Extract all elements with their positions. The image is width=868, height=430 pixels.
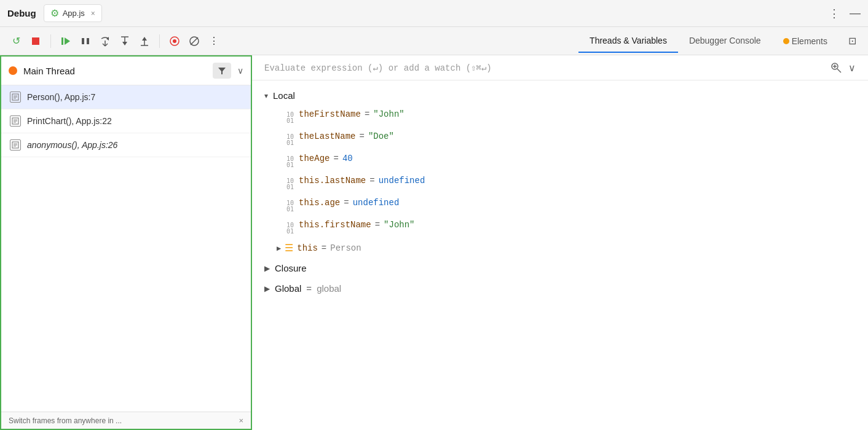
step-out-button[interactable] <box>136 33 153 50</box>
var-type-icon-thisage: 1001 <box>286 200 294 213</box>
expression-bar: Evaluate expression (↵) or add a watch (… <box>252 55 868 80</box>
tab-elements-label: Elements <box>792 36 827 46</box>
tab-debugger-console[interactable]: Debugger Console <box>678 29 772 53</box>
var-name-thislastname: this.lastName <box>299 176 366 186</box>
this-object-icon: ☰ <box>285 242 293 254</box>
section-local-label: Local <box>273 90 295 101</box>
frame-item-person[interactable]: Person(), App.js:7 <box>1 85 251 109</box>
frame-label-printchart: PrintChart(), App.js:22 <box>27 116 112 126</box>
this-object-chevron: ▶ <box>277 244 281 253</box>
local-chevron-icon: ▾ <box>264 92 268 100</box>
var-row-firstname: 1001 theFirstName = "John" <box>252 106 868 128</box>
var-row-thisage: 1001 this.age = undefined <box>252 194 868 216</box>
var-row-thislastname: 1001 this.lastName = undefined <box>252 172 868 194</box>
var-equals-thislastname: = <box>369 176 374 186</box>
toolbar: ↺ <box>0 27 868 55</box>
frame-icon-anonymous <box>10 139 21 150</box>
tab-threads-variables[interactable]: Threads & Variables <box>578 29 678 53</box>
debug-label: Debug <box>7 8 36 18</box>
add-watch-button[interactable] <box>830 61 842 74</box>
frame-list: Person(), App.js:7 PrintChart(), App.js:… <box>1 85 251 412</box>
var-name-this: this <box>297 243 318 253</box>
var-equals-this: = <box>322 243 326 253</box>
app-tab-close[interactable]: × <box>91 9 95 18</box>
var-row-thisfirstname: 1001 this.firstName = "John" <box>252 216 868 238</box>
stop-button[interactable] <box>27 33 44 50</box>
resume-button[interactable] <box>57 33 74 50</box>
thread-name: Main Thread <box>23 66 207 76</box>
variables-area: ▾ Local 1001 theFirstName = "John" 1001 … <box>252 80 868 430</box>
svg-rect-4 <box>87 38 89 44</box>
var-value-thislastname: undefined <box>379 176 425 186</box>
svg-point-16 <box>173 39 176 43</box>
closure-chevron-icon: ▶ <box>264 264 270 273</box>
section-global-label: Global <box>275 283 301 294</box>
var-equals-firstname: = <box>365 109 369 119</box>
expression-actions: ∨ <box>830 61 856 74</box>
section-local-header[interactable]: ▾ Local <box>252 85 868 106</box>
title-bar-actions: ⋮ — <box>829 7 861 20</box>
main-content: Main Thread ∨ Person( <box>0 55 868 430</box>
remove-breakpoints-button[interactable] <box>186 33 203 50</box>
thread-header: Main Thread ∨ <box>1 57 251 85</box>
var-value-thisage: undefined <box>353 198 400 208</box>
step-over-button[interactable] <box>97 33 114 50</box>
left-bottom-status: Switch frames from anywhere in ... × <box>1 412 251 429</box>
thread-filter-button[interactable] <box>213 63 231 79</box>
expression-placeholder[interactable]: Evaluate expression (↵) or add a watch (… <box>264 63 824 73</box>
frame-item-anonymous[interactable]: anonymous(), App.js:26 <box>1 133 251 157</box>
frame-icon-person <box>10 92 21 103</box>
section-closure-header[interactable]: ▶ Closure <box>252 258 868 278</box>
section-global-header[interactable]: ▶ Global = global <box>252 278 868 299</box>
var-value-firstname: "John" <box>373 109 404 119</box>
status-close[interactable]: × <box>239 416 243 425</box>
var-equals-thisage: = <box>344 198 349 208</box>
right-panel: Evaluate expression (↵) or add a watch (… <box>252 55 868 430</box>
thread-status-dot <box>9 66 17 75</box>
var-row-age: 1001 theAge = 40 <box>252 150 868 172</box>
title-bar: Debug ⚙ App.js × ⋮ — <box>0 0 868 27</box>
toolbar-sep-2 <box>159 34 160 48</box>
break-all-button[interactable] <box>166 33 183 50</box>
var-equals-global: = <box>306 283 312 294</box>
global-chevron-icon: ▶ <box>264 284 270 293</box>
tab-elements[interactable]: Elements <box>772 30 838 52</box>
step-into-button[interactable] <box>116 33 133 50</box>
more-options-button[interactable]: ⋮ <box>205 33 223 50</box>
more-icon[interactable]: ⋮ <box>829 7 840 20</box>
var-value-age: 40 <box>342 154 353 163</box>
elements-dot <box>783 38 789 44</box>
var-type-icon-lastname: 1001 <box>286 134 294 146</box>
var-row-this-object[interactable]: ▶ ☰ this = Person <box>252 238 868 258</box>
var-name-lastname: theLastName <box>299 131 355 141</box>
svg-marker-13 <box>142 37 147 41</box>
svg-marker-10 <box>122 42 127 45</box>
var-value-global: global <box>317 283 341 294</box>
svg-rect-1 <box>61 37 63 45</box>
var-name-age: theAge <box>299 154 329 163</box>
var-equals-age: = <box>333 154 338 163</box>
var-equals-lastname: = <box>359 131 364 141</box>
restart-button[interactable]: ↺ <box>7 33 25 50</box>
var-name-thisage: this.age <box>299 198 340 208</box>
pause-button[interactable] <box>77 33 94 50</box>
expand-expression-button[interactable]: ∨ <box>848 62 856 74</box>
layout-button[interactable]: ⊡ <box>843 33 861 50</box>
var-name-thisfirstname: this.firstName <box>299 220 371 230</box>
toolbar-sep-1 <box>50 34 51 48</box>
app-tab-name: App.js <box>63 9 85 18</box>
var-type-icon-thisfirstname: 1001 <box>286 222 294 235</box>
app-tab[interactable]: ⚙ App.js × <box>44 4 102 22</box>
thread-chevron-icon[interactable]: ∨ <box>237 66 243 76</box>
var-type-icon-firstname: 1001 <box>286 112 294 124</box>
var-name-firstname: theFirstName <box>299 109 361 119</box>
var-type-icon-age: 1001 <box>286 156 294 168</box>
var-equals-thisfirstname: = <box>375 220 380 230</box>
status-text: Switch frames from anywhere in ... <box>9 416 122 425</box>
section-closure-label: Closure <box>275 263 307 273</box>
frame-item-printchart[interactable]: PrintChart(), App.js:22 <box>1 109 251 133</box>
svg-marker-2 <box>65 37 70 45</box>
debug-tabs: Threads & Variables Debugger Console Ele… <box>578 29 861 53</box>
left-panel: Main Thread ∨ Person( <box>0 55 252 430</box>
minimize-icon[interactable]: — <box>850 7 861 20</box>
